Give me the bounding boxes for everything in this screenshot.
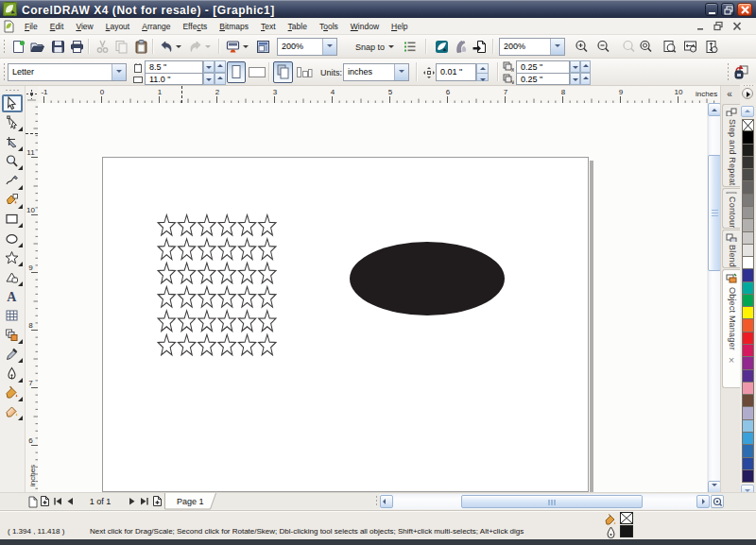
ellipse-shape[interactable]	[350, 242, 505, 315]
coreldraw-com-button[interactable]	[433, 38, 451, 56]
docker-tab-contour[interactable]: Contour	[722, 188, 740, 229]
paper-width-spin-up[interactable]	[215, 60, 226, 73]
star-shape[interactable]	[238, 334, 255, 355]
menu-text[interactable]: Text	[255, 18, 283, 35]
zoom-to-page-width-button[interactable]	[681, 38, 699, 56]
star-shape[interactable]	[238, 287, 255, 308]
table-tool[interactable]	[2, 306, 23, 324]
palette-swatch-royal-blue[interactable]	[742, 458, 754, 470]
star-shape[interactable]	[259, 263, 276, 283]
paper-width-field[interactable]: 8.5 "	[145, 60, 203, 73]
star-shape[interactable]	[259, 311, 276, 332]
star-shape[interactable]	[218, 215, 235, 236]
add-page-end-button[interactable]	[152, 495, 162, 507]
star-shape[interactable]	[218, 263, 235, 283]
undo-dropdown[interactable]	[175, 38, 183, 56]
drawing-canvas[interactable]	[38, 103, 707, 492]
toolbar-grip[interactable]	[3, 62, 6, 81]
menu-effects[interactable]: Effects	[177, 18, 214, 35]
interactive-fill-tool[interactable]	[2, 402, 23, 420]
star-shape[interactable]	[259, 239, 276, 260]
palette-swatch-orange[interactable]	[742, 319, 754, 332]
apply-size-to-current-page-button[interactable]	[296, 64, 313, 80]
view-zoom-dropdown-icon[interactable]	[550, 39, 564, 55]
copy-button[interactable]	[112, 38, 130, 56]
scroll-up-button[interactable]	[708, 103, 721, 116]
palette-swatch-20-black[interactable]	[742, 232, 754, 245]
scroll-right-button[interactable]	[696, 495, 710, 508]
menu-view[interactable]: View	[70, 18, 99, 35]
nudge-offset-field[interactable]: 0.01 "	[436, 63, 476, 81]
paper-height-spin-up[interactable]	[215, 73, 226, 85]
print-button[interactable]	[68, 38, 86, 56]
fill-tool[interactable]	[2, 383, 23, 401]
star-tool[interactable]	[2, 248, 23, 266]
star-shape[interactable]	[218, 287, 235, 308]
horizontal-scroll-thumb[interactable]	[461, 495, 643, 508]
palette-swatch-60-black[interactable]	[742, 181, 754, 194]
palette-swatch-purple[interactable]	[742, 357, 754, 369]
freehand-tool[interactable]	[2, 172, 23, 190]
star-shape[interactable]	[238, 263, 255, 283]
star-shape[interactable]	[198, 239, 215, 260]
star-shape[interactable]	[238, 215, 255, 236]
palette-swatch-white[interactable]	[742, 257, 754, 269]
zoom-levels-combo[interactable]: 200%	[277, 38, 337, 56]
menu-edit[interactable]: Edit	[43, 18, 70, 35]
star-shape[interactable]	[259, 215, 276, 236]
zoom-out-button[interactable]	[594, 38, 612, 56]
outline-pen-tool[interactable]	[2, 365, 23, 383]
star-shape[interactable]	[158, 311, 175, 332]
star-shape[interactable]	[218, 239, 235, 260]
palette-swatch-green[interactable]	[742, 295, 754, 307]
menu-tools[interactable]: Tools	[313, 18, 344, 35]
star-shape[interactable]	[198, 263, 215, 283]
horizontal-ruler[interactable]: -1012345678910inches	[38, 86, 720, 103]
paper-height-spin-down[interactable]	[203, 73, 215, 85]
star-shape[interactable]	[179, 334, 196, 355]
import-button[interactable]	[471, 38, 489, 56]
save-button[interactable]	[49, 38, 67, 56]
eyedropper-tool[interactable]	[2, 345, 23, 363]
palette-swatch-blue[interactable]	[742, 269, 754, 281]
menu-bitmaps[interactable]: Bitmaps	[214, 18, 255, 35]
docker-tab-object-manager[interactable]: Object Manager×	[722, 269, 740, 388]
star-shape[interactable]	[259, 287, 276, 308]
view-zoom-combo[interactable]: 200%	[499, 38, 565, 56]
cut-button[interactable]	[94, 38, 112, 56]
zoom-to-page-height-button[interactable]	[702, 38, 720, 56]
star-shape[interactable]	[158, 334, 175, 355]
ellipse-tool[interactable]	[2, 230, 23, 247]
zoom-to-selection-button[interactable]	[620, 38, 638, 56]
transformations-button[interactable]	[732, 63, 750, 81]
star-shape[interactable]	[179, 239, 196, 260]
star-shape[interactable]	[158, 263, 175, 283]
docker-tab-blend[interactable]: Blend	[722, 230, 740, 268]
blend-tool[interactable]	[2, 326, 23, 344]
palette-swatch-pink[interactable]	[742, 383, 754, 395]
restore-button[interactable]	[721, 3, 734, 16]
undo-button[interactable]	[157, 38, 175, 56]
zoom-to-all-objects-button[interactable]	[637, 38, 655, 56]
ruler-origin-corner[interactable]	[26, 86, 38, 103]
palette-swatch-30-black[interactable]	[742, 219, 754, 231]
star-shape[interactable]	[218, 334, 235, 355]
fill-color-swatch[interactable]	[620, 512, 633, 524]
palette-swatch-10-black[interactable]	[742, 245, 754, 257]
docker-tab-step-and-repeat[interactable]: Step and Repeat	[722, 104, 740, 187]
duplicate-x-spin-up[interactable]	[580, 60, 591, 73]
basic-shapes-tool[interactable]	[2, 268, 23, 286]
previous-page-button[interactable]	[65, 495, 75, 507]
star-shape[interactable]	[198, 311, 215, 332]
palette-swatch-red[interactable]	[742, 332, 754, 345]
snap-to-label[interactable]: Snap to	[355, 43, 385, 52]
close-button[interactable]	[737, 3, 752, 16]
paper-height-field[interactable]: 11.0 "	[145, 73, 203, 85]
star-shape[interactable]	[218, 311, 235, 332]
paper-width-spin-down[interactable]	[203, 60, 215, 73]
palette-swatch-sky-blue[interactable]	[742, 433, 754, 445]
pick-tool[interactable]	[2, 94, 23, 112]
shape-tool[interactable]	[2, 113, 23, 131]
last-page-button[interactable]	[140, 495, 149, 507]
mdi-restore-button[interactable]	[713, 21, 725, 32]
